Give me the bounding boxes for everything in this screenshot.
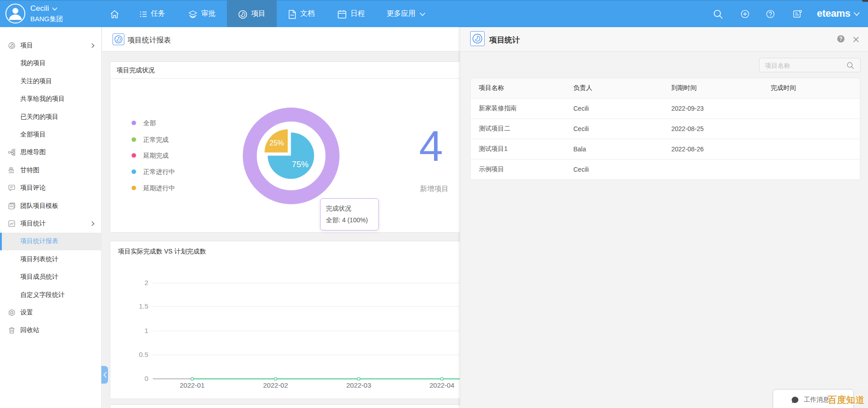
svg-text:0: 0 xyxy=(145,375,148,382)
svg-text:2022-03: 2022-03 xyxy=(346,381,371,389)
svg-text:75%: 75% xyxy=(292,159,308,169)
svg-text:2022-01: 2022-01 xyxy=(179,381,204,389)
svg-text:2022-04: 2022-04 xyxy=(429,381,454,389)
svg-text:1.5: 1.5 xyxy=(139,302,148,310)
svg-text:2022-02: 2022-02 xyxy=(263,381,288,389)
svg-text:0.5: 0.5 xyxy=(139,351,148,358)
svg-text:25%: 25% xyxy=(269,139,284,147)
svg-text:1: 1 xyxy=(145,327,148,334)
svg-text:2: 2 xyxy=(145,279,148,286)
